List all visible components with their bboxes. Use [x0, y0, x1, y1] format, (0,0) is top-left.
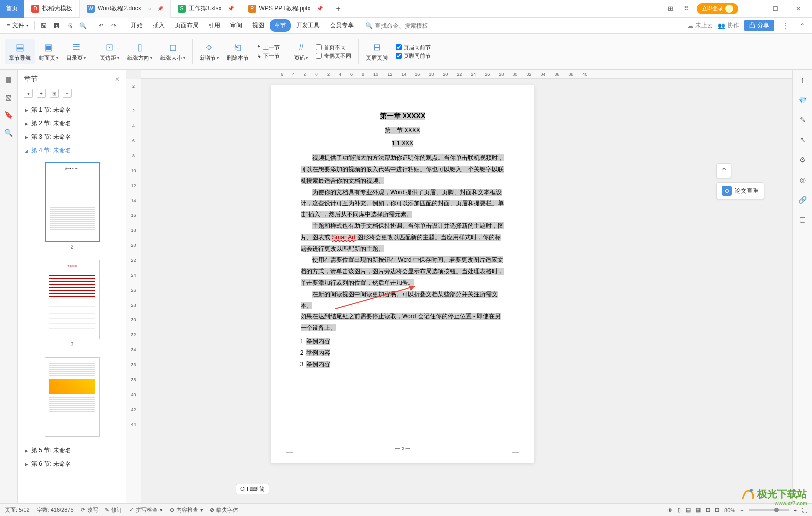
home-tab[interactable]: 首页: [0, 0, 24, 18]
undo-icon[interactable]: ↶: [95, 20, 107, 32]
zoom-in-button[interactable]: +: [794, 507, 797, 513]
thumb-1[interactable]: 第一章 XXXXX 2: [18, 157, 126, 255]
first-page-diff-checkbox[interactable]: 首页不同: [316, 44, 351, 51]
ime-indicator[interactable]: CH ⌨ 简: [236, 484, 269, 494]
present-icon[interactable]: ▢: [797, 214, 808, 225]
pin-icon[interactable]: 📌: [157, 6, 163, 11]
tab-word-doc[interactable]: W Word教程2.docx ○ 📌: [80, 0, 171, 18]
section-item-1[interactable]: ▶第 1 节: 未命名: [18, 103, 126, 117]
insert-section-button[interactable]: ⎆ 新增节▾: [196, 41, 223, 62]
save-as-icon[interactable]: 🖪: [51, 20, 63, 32]
fit-width-icon[interactable]: ⊡: [715, 507, 719, 513]
section-item-5[interactable]: ▶第 5 节: 未命名: [18, 444, 126, 457]
view-mode-1[interactable]: ▯: [678, 507, 681, 513]
horizontal-ruler[interactable]: 642 ▽ 2468 10121416 18202224 26283032 34…: [141, 70, 792, 79]
fullscreen-icon[interactable]: ⛶: [802, 507, 807, 513]
thumb-2[interactable]: 主题样本 3: [18, 255, 126, 352]
more-icon[interactable]: ⋮: [779, 20, 791, 32]
menu-member[interactable]: 会员专享: [325, 19, 358, 32]
revise-button[interactable]: ✎修订: [105, 506, 122, 514]
outline-icon[interactable]: ▤: [3, 74, 14, 85]
delete-section-button[interactable]: ⎗ 删除本节: [223, 41, 253, 62]
header-footer-button[interactable]: ⊟ 页眉页脚: [362, 41, 392, 62]
save-icon[interactable]: 🖫: [38, 20, 50, 32]
tab-excel[interactable]: S 工作簿3.xlsx 📌: [171, 0, 241, 18]
zoom-level[interactable]: 80%: [724, 507, 735, 513]
orientation-button[interactable]: ▯ 纸张方向▾: [123, 41, 156, 62]
vertical-ruler[interactable]: 224 681012 14161820 22242628 30323436 38…: [126, 79, 141, 503]
close-panel-icon[interactable]: ✕: [115, 76, 120, 83]
target-icon[interactable]: ◎: [797, 174, 808, 185]
collapse-float-icon[interactable]: ⌃: [716, 163, 731, 178]
spellcheck-button[interactable]: ✓拼写检查▾: [129, 506, 163, 514]
pin-icon[interactable]: 📌: [228, 6, 234, 11]
page-number-button[interactable]: # 页码▾: [290, 41, 312, 62]
section-item-2[interactable]: ▶第 2 节: 未命名: [18, 117, 126, 130]
odd-even-diff-checkbox[interactable]: 奇偶页不同: [316, 52, 351, 60]
close-icon[interactable]: ○: [148, 6, 151, 11]
tab-ppt[interactable]: P WPS PPT教程.pptx 📌: [241, 0, 330, 18]
tab-template[interactable]: D 找稻壳模板: [24, 0, 80, 18]
view-mode-3[interactable]: ▦: [696, 507, 701, 513]
word-count[interactable]: 字数: 416/2875: [37, 506, 74, 514]
page-thumbnail[interactable]: [45, 357, 100, 437]
pin-icon[interactable]: 📌: [317, 6, 323, 11]
page-thumbnail[interactable]: 主题样本: [45, 260, 100, 339]
zoom-out-button[interactable]: −: [740, 507, 743, 513]
maximize-button[interactable]: ☐: [766, 2, 784, 16]
view-mode-4[interactable]: ⊞: [706, 507, 710, 513]
document-area[interactable]: 642 ▽ 2468 10121416 18202224 26283032 34…: [126, 70, 792, 503]
grid-icon[interactable]: ⊞: [665, 3, 676, 14]
apps-icon[interactable]: ⠿: [681, 3, 692, 14]
link-icon[interactable]: 🔗: [797, 194, 808, 205]
menu-start[interactable]: 开始: [126, 19, 147, 32]
footer-same-checkbox[interactable]: 页脚同前节: [396, 52, 431, 60]
minimize-button[interactable]: —: [743, 2, 761, 16]
section-list[interactable]: ▶第 1 节: 未命名 ▶第 2 节: 未命名 ▶第 3 节: 未命名 ◢第 4…: [18, 102, 126, 503]
bookmark-icon[interactable]: 🔖: [3, 109, 14, 120]
close-button[interactable]: ✕: [789, 2, 807, 16]
collapse-tool[interactable]: ▾: [24, 89, 33, 98]
add-tool[interactable]: +: [37, 89, 46, 98]
section-item-6[interactable]: ▶第 6 节: 未命名: [18, 457, 126, 471]
paper-size-button[interactable]: ◻ 纸张大小▾: [156, 41, 189, 62]
margin-button[interactable]: ⊡ 页边距▾: [96, 41, 123, 62]
rewrite-button[interactable]: ⟳改写: [81, 506, 98, 514]
section-nav-button[interactable]: ▤ 章节导航: [5, 39, 35, 64]
cover-page-button[interactable]: ▣ 封面页▾: [35, 41, 62, 62]
prev-section-button[interactable]: ↰上一节: [257, 44, 280, 51]
thumb-3[interactable]: [18, 352, 126, 444]
header-same-checkbox[interactable]: 页眉同前节: [396, 44, 431, 51]
redo-icon[interactable]: ↷: [108, 20, 120, 32]
coop-button[interactable]: 👥 协作: [718, 21, 739, 30]
menu-insert[interactable]: 插入: [148, 19, 169, 32]
cloud-status[interactable]: ☁ 未上云: [687, 21, 713, 30]
toc-page-button[interactable]: ☰ 目录页▾: [62, 41, 90, 62]
menu-reference[interactable]: 引用: [204, 19, 225, 32]
login-button[interactable]: 立即登录: [697, 3, 738, 14]
missing-font-button[interactable]: ⊘缺失字体: [210, 506, 238, 514]
remove-tool[interactable]: −: [63, 89, 72, 98]
eye-icon[interactable]: 👁: [667, 507, 673, 513]
add-tab-button[interactable]: +: [330, 4, 347, 13]
edit-icon[interactable]: ✎: [797, 114, 808, 125]
menu-section[interactable]: 章节: [270, 19, 291, 32]
command-search[interactable]: 🔍: [365, 22, 434, 29]
select-icon[interactable]: ↖: [797, 134, 808, 145]
next-section-button[interactable]: ↳下一节: [257, 52, 280, 60]
section-item-3[interactable]: ▶第 3 节: 未命名: [18, 130, 126, 144]
search-rail-icon[interactable]: 🔍: [3, 127, 14, 138]
share-button[interactable]: 凸 分享: [744, 20, 774, 31]
print-preview-icon[interactable]: 🔍: [77, 20, 89, 32]
content-check-button[interactable]: ⊕内容检查▾: [170, 506, 203, 514]
print-icon[interactable]: 🖨: [64, 20, 76, 32]
page-count[interactable]: 页面: 5/12: [5, 506, 30, 514]
collapse-icon[interactable]: ⌃: [796, 20, 808, 32]
menu-view[interactable]: 视图: [248, 19, 269, 32]
zoom-thumb[interactable]: [774, 508, 779, 512]
page-thumbnail[interactable]: 第一章 XXXXX: [45, 162, 100, 242]
settings-icon[interactable]: ⚙: [797, 154, 808, 165]
document-page[interactable]: 第一章 XXXXX 第一节 XXXX 1.1 XXX 视频提供了功能强大的方法帮…: [271, 85, 534, 463]
menu-review[interactable]: 审阅: [226, 19, 247, 32]
search-input[interactable]: [375, 22, 434, 29]
